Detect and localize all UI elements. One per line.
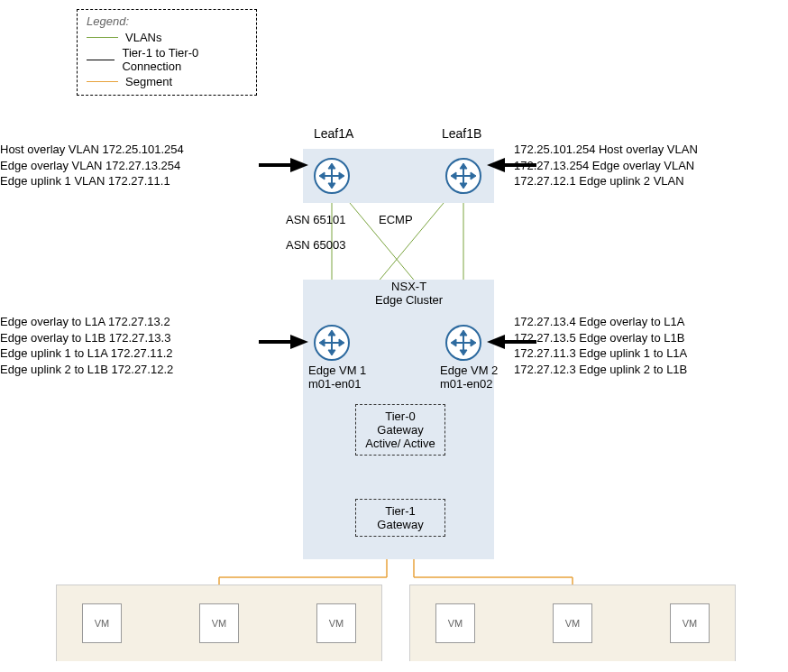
edge2-name: Edge VM 2	[440, 364, 498, 377]
arrow-left-icon	[487, 335, 505, 349]
edge1-label: Edge VM 1 m01-en01	[308, 364, 366, 391]
tier0-line1: Tier-0	[365, 410, 435, 423]
asn-65101-label: ASN 65101	[286, 213, 346, 226]
legend-item-vlan: VLANs	[87, 31, 247, 44]
leaf1b-callout: 172.25.101.254 Host overlay VLAN 172.27.…	[514, 142, 698, 189]
callout-line: 172.27.13.5 Edge overlay to L1B	[514, 330, 687, 346]
tier1-gateway-box: Tier-1 Gateway	[355, 499, 445, 537]
edge2-id: m01-en02	[440, 377, 498, 391]
callout-line: Edge uplink 1 to L1A 172.27.11.2	[0, 345, 173, 362]
edge1-name: Edge VM 1	[308, 364, 366, 377]
callout-line: 172.27.12.3 Edge uplink 2 to L1B	[514, 362, 687, 378]
callout-line: Edge uplink 1 VLAN 172.27.11.1	[0, 173, 184, 189]
arrow-edge1	[259, 340, 290, 344]
callout-line: Edge overlay to L1A 172.27.13.2	[0, 314, 173, 330]
tier1-line1: Tier-1	[365, 504, 435, 518]
arrow-right-icon	[290, 335, 308, 349]
arrow-right-icon	[290, 158, 308, 172]
callout-line: Edge overlay to L1B 172.27.13.3	[0, 330, 173, 346]
segment-line-icon	[87, 81, 118, 82]
vm-box: VM	[435, 603, 475, 643]
callout-line: 172.27.11.3 Edge uplink 1 to L1A	[514, 345, 687, 362]
router-icon-leaf1a	[314, 158, 350, 194]
nsxt-line2: Edge Cluster	[375, 293, 443, 307]
nsxt-line1: NSX-T	[375, 280, 443, 293]
edge2-label: Edge VM 2 m01-en02	[440, 364, 498, 391]
vm-segment-left: VM VM VM	[56, 585, 382, 661]
edge2-callout: 172.27.13.4 Edge overlay to L1A 172.27.1…	[514, 314, 687, 377]
vlan-line-icon	[87, 37, 118, 38]
arrow-edge2	[505, 340, 536, 344]
arrow-leaf1b	[505, 163, 536, 167]
leaf1b-label: Leaf1B	[442, 126, 481, 141]
vm-box: VM	[553, 603, 592, 643]
callout-line: 172.27.12.1 Edge uplink 2 VLAN	[514, 173, 698, 189]
arrow-left-icon	[487, 158, 505, 172]
router-icon-leaf1b	[445, 158, 481, 194]
legend-item-tier: Tier-1 to Tier-0 Connection	[87, 46, 247, 73]
vm-segment-right: VM VM VM	[409, 585, 736, 661]
legend-label: Tier-1 to Tier-0 Connection	[122, 46, 247, 73]
tier0-line2: Gateway	[365, 423, 435, 437]
vm-box: VM	[316, 603, 356, 643]
nsxt-label: NSX-T Edge Cluster	[375, 280, 443, 307]
callout-line: Host overlay VLAN 172.25.101.254	[0, 142, 184, 158]
legend-label: Segment	[125, 75, 172, 88]
callout-line: 172.27.13.254 Edge overlay VLAN	[514, 158, 698, 174]
router-icon-edge1	[314, 325, 350, 361]
arrow-leaf1a	[259, 163, 290, 167]
tier-line-icon	[87, 60, 115, 60]
legend-box: Legend: VLANs Tier-1 to Tier-0 Connectio…	[77, 9, 257, 96]
callout-line: Edge overlay VLAN 172.27.13.254	[0, 158, 184, 174]
legend-label: VLANs	[125, 31, 161, 44]
legend-title: Legend:	[87, 14, 247, 28]
tier1-line2: Gateway	[365, 518, 435, 531]
tier0-gateway-box: Tier-0 Gateway Active/ Active	[355, 404, 445, 456]
callout-line: Edge uplink 2 to L1B 172.27.12.2	[0, 362, 173, 378]
tier0-line3: Active/ Active	[365, 437, 435, 450]
router-icon-edge2	[445, 325, 481, 361]
edge1-id: m01-en01	[308, 377, 366, 391]
vm-box: VM	[82, 603, 122, 643]
legend-item-segment: Segment	[87, 75, 247, 88]
edge1-callout: Edge overlay to L1A 172.27.13.2 Edge ove…	[0, 314, 173, 377]
callout-line: 172.25.101.254 Host overlay VLAN	[514, 142, 698, 158]
vm-box: VM	[199, 603, 239, 643]
ecmp-label: ECMP	[379, 213, 413, 226]
asn-65003-label: ASN 65003	[286, 238, 346, 252]
callout-line: 172.27.13.4 Edge overlay to L1A	[514, 314, 687, 330]
leaf1a-label: Leaf1A	[314, 126, 353, 141]
vm-box: VM	[670, 603, 710, 643]
leaf1a-callout: Host overlay VLAN 172.25.101.254 Edge ov…	[0, 142, 184, 189]
